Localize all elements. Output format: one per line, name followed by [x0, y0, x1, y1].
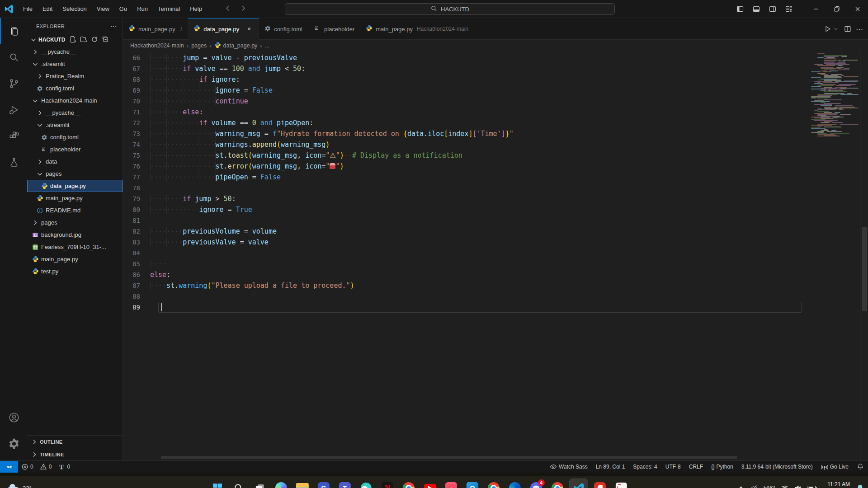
- editor-more-button[interactable]: ⋯: [856, 25, 863, 33]
- split-editor-button[interactable]: [844, 25, 851, 33]
- menu-run[interactable]: Run: [132, 3, 153, 15]
- status-watch-sass[interactable]: Watch Sass: [546, 461, 592, 473]
- run-dropdown-icon[interactable]: [833, 26, 838, 31]
- taskbar-copilot[interactable]: [272, 479, 290, 488]
- code-line-87[interactable]: 87····st.warning("Please upload a file t…: [123, 280, 868, 291]
- horizontal-scrollbar[interactable]: [161, 456, 737, 459]
- restore-button[interactable]: [826, 0, 847, 18]
- activity-account-icon[interactable]: [0, 404, 27, 431]
- status-python-interpreter[interactable]: 3.11.9 64-bit (Microsoft Store): [737, 461, 817, 473]
- code-line-76[interactable]: 76················st.error(warning_msg, …: [123, 161, 868, 172]
- activity-search-icon[interactable]: [0, 44, 27, 70]
- tree-item-main-page-py[interactable]: main_page.py: [27, 192, 123, 204]
- tree-item-main-page-py[interactable]: main_page.py: [27, 253, 123, 265]
- code-line-86[interactable]: 86else:: [123, 269, 868, 280]
- wifi-icon[interactable]: [781, 484, 788, 488]
- taskbar-netflix[interactable]: N: [378, 479, 396, 488]
- tree-item-pratice-realm[interactable]: Pratice_Realm: [27, 70, 123, 82]
- refresh-icon[interactable]: [91, 36, 98, 44]
- taskbar-apple-music[interactable]: ♪: [442, 479, 460, 488]
- tree-item--pycache-[interactable]: __pycache__: [27, 107, 123, 119]
- tree-item-pages[interactable]: pages: [27, 168, 123, 180]
- tree-item-config-toml[interactable]: config.toml: [27, 82, 123, 94]
- panel-bottom-icon[interactable]: [750, 2, 763, 16]
- code-line-74[interactable]: 74················warnings.append(warnin…: [123, 139, 868, 150]
- layout-grid-icon[interactable]: [782, 2, 796, 16]
- code-line-82[interactable]: 82········previousVolume = volume: [123, 226, 868, 237]
- status-errors[interactable]: 0: [18, 461, 37, 473]
- status-language-mode[interactable]: {} Python: [707, 461, 737, 473]
- tree-item-fearless-709h-10-31-[interactable]: Fearless_709H-10_31-...: [27, 241, 123, 253]
- activity-extensions-icon[interactable]: [0, 123, 27, 149]
- weather-widget[interactable]: 22°: [6, 484, 32, 488]
- taskbar-chrome-profile-1[interactable]: 🐵: [485, 479, 503, 488]
- taskbar-edge[interactable]: [506, 479, 524, 488]
- taskbar-task-view[interactable]: [251, 479, 269, 488]
- taskbar-bell-icon[interactable]: [856, 484, 864, 488]
- taskbar-discord[interactable]: 4: [527, 479, 545, 488]
- menu-view[interactable]: View: [92, 3, 114, 15]
- taskbar-chrome[interactable]: [400, 479, 418, 488]
- tab-main-page-py[interactable]: main_page.pyHackathon2024-main: [360, 18, 474, 39]
- breadcrumb-item[interactable]: Hackathon2024-main: [130, 42, 184, 49]
- tree-item-config-toml[interactable]: config.toml: [27, 131, 123, 143]
- code-line-83[interactable]: 83········previousValve = valve: [123, 237, 868, 248]
- tree-item-hackathon2024-main[interactable]: Hackathon2024-main: [27, 94, 123, 107]
- tree-item-data[interactable]: data: [27, 155, 123, 168]
- code-line-66[interactable]: 66········jump = valve - previousValve: [123, 52, 868, 63]
- tree-item--streamlit[interactable]: .streamlit: [27, 119, 123, 131]
- menu-selection[interactable]: Selection: [57, 3, 91, 15]
- tab-config-toml[interactable]: config.toml: [259, 18, 308, 39]
- code-line-69[interactable]: 69················ignore = False: [123, 85, 868, 96]
- activity-testing-icon[interactable]: [0, 149, 27, 175]
- taskbar-g-app[interactable]: G: [315, 479, 333, 488]
- taskbar-vscode[interactable]: [570, 479, 588, 488]
- code-line-81[interactable]: 81: [123, 215, 868, 226]
- tree-item-test-py[interactable]: test.py: [27, 265, 123, 277]
- breadcrumb-item[interactable]: ...: [265, 42, 269, 49]
- tree-item-data-page-py[interactable]: data_page.py: [27, 180, 123, 192]
- code-line-89[interactable]: 89: [123, 302, 868, 313]
- onedrive-icon[interactable]: [750, 484, 758, 488]
- tree-item--pycache-[interactable]: __pycache__: [27, 46, 123, 58]
- panel-timeline[interactable]: TIMELINE: [27, 448, 123, 460]
- taskbar-chrome-profile-2[interactable]: J: [548, 479, 566, 488]
- status-indentation[interactable]: Spaces: 4: [629, 461, 661, 473]
- code-line-79[interactable]: 79········if jump > 50:: [123, 193, 868, 204]
- run-button[interactable]: [824, 25, 831, 33]
- panel-left-icon[interactable]: [733, 2, 747, 16]
- activity-run-debug-icon[interactable]: [0, 97, 27, 123]
- activity-settings-icon[interactable]: [0, 431, 27, 457]
- code-line-85[interactable]: 85····: [123, 258, 868, 269]
- tree-item--streamlit[interactable]: .streamlit: [27, 58, 123, 70]
- status-ports[interactable]: 0: [55, 461, 73, 473]
- activity-explorer-icon[interactable]: [0, 18, 27, 44]
- tab-placeholder[interactable]: placeholder: [308, 18, 360, 39]
- panel-outline[interactable]: OUTLINE: [27, 435, 123, 448]
- status-eol[interactable]: CRLF: [685, 461, 707, 473]
- close-button[interactable]: [847, 0, 868, 18]
- code-line-84[interactable]: 84: [123, 248, 868, 258]
- taskbar-file-explorer[interactable]: [293, 479, 311, 488]
- menu-edit[interactable]: Edit: [38, 3, 57, 15]
- breadcrumb-item[interactable]: pages: [191, 42, 207, 49]
- tree-item-background-jpg[interactable]: background.jpg: [27, 229, 123, 241]
- search-input[interactable]: HACKUTD: [285, 3, 615, 15]
- taskbar-taskbar-search[interactable]: [230, 479, 248, 488]
- taskbar-start-button[interactable]: [208, 479, 226, 488]
- new-folder-icon[interactable]: [80, 36, 87, 44]
- code-line-72[interactable]: 72············if volume == 0 and pipeOpe…: [123, 117, 868, 128]
- code-line-77[interactable]: 77················pipeOpen = False: [123, 172, 868, 183]
- status-encoding[interactable]: UTF-8: [661, 461, 685, 473]
- code-line-78[interactable]: 78: [123, 183, 868, 193]
- menu-go[interactable]: Go: [114, 3, 132, 15]
- activity-source-control-icon[interactable]: [0, 70, 27, 97]
- code-line-67[interactable]: 67········if valve == 100 and jump < 50:: [123, 63, 868, 74]
- new-file-icon[interactable]: [69, 36, 76, 44]
- taskbar-red-app[interactable]: [591, 479, 609, 488]
- status-go-live[interactable]: Go Live: [817, 461, 853, 473]
- explorer-more-icon[interactable]: ⋯: [110, 22, 117, 30]
- vertical-scrollbar[interactable]: [862, 227, 867, 311]
- code-line-70[interactable]: 70················continue: [123, 96, 868, 107]
- tree-item-pages[interactable]: pages: [27, 216, 123, 229]
